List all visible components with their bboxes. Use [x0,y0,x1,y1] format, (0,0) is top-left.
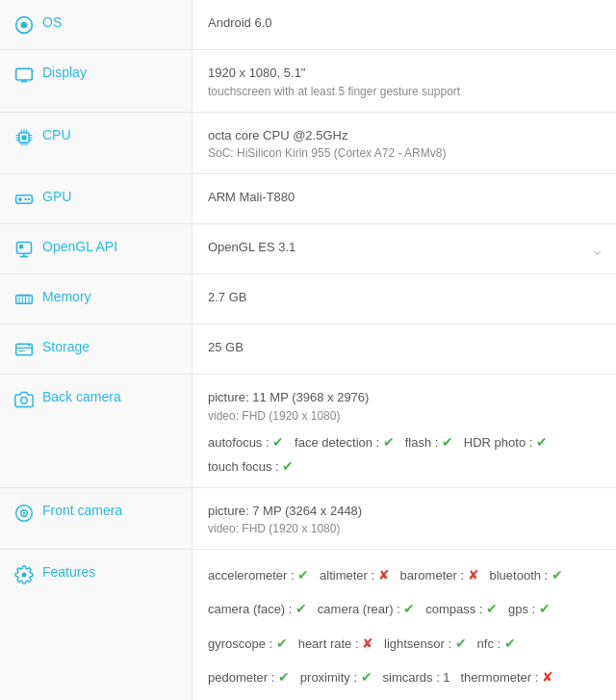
hdrphoto-check: ✔ [536,434,548,450]
opengl-chevron[interactable]: ⌄ [590,239,604,260]
frontcamera-label: Front camera [42,502,122,518]
svg-point-38 [28,345,30,347]
features-right: accelerometer : ✔ altimeter : ✘ baromete… [192,550,616,700]
os-right: Android 6.0 [192,0,616,49]
display-row: Display 1920 x 1080, 5.1" touchscreen wi… [0,50,616,113]
gpu-icon [13,189,35,210]
svg-rect-2 [16,68,33,80]
backcamera-main: picture: 11 MP (3968 x 2976) [208,388,603,407]
svg-point-43 [23,511,26,514]
display-icon [13,65,35,86]
memory-label: Memory [42,288,91,304]
opengl-row: OpenGL API OpenGL ES 3.1 ⌄ [0,224,616,274]
svg-point-44 [22,573,27,578]
features-line-4: pedometer : ✔ proximity : ✔ simcards : 1… [208,665,603,689]
display-value: 1920 x 1080, 5.1" [208,64,603,83]
svg-rect-6 [22,135,27,140]
memory-row: Memory 2.7 GB [0,274,616,324]
os-icon [13,14,35,36]
frontcamera-right: picture: 7 MP (3264 x 2448) video: FHD (… [192,488,616,550]
memory-icon [13,289,35,310]
storage-value: 25 GB [208,338,603,357]
features-label: Features [42,563,95,580]
backcamera-icon [13,389,35,410]
storage-left: Storage [0,324,192,374]
frontcamera-icon [13,503,35,524]
features-icon [13,564,35,585]
opengl-label: OpenGL API [42,238,117,254]
opengl-right: OpenGL ES 3.1 ⌄ [192,224,616,273]
cpu-left: CPU [0,113,192,174]
svg-point-22 [28,198,31,201]
facedetection-check: ✔ [383,434,395,450]
cpu-right: octa core CPU @2.5GHz SoC: HiSilicon Kir… [192,113,616,174]
cpu-icon [13,127,35,148]
storage-right: 25 GB [192,324,616,374]
svg-point-21 [24,198,27,201]
gpu-row: GPU ARM Mali-T880 [0,174,616,224]
os-value: Android 6.0 [208,13,603,33]
flash-check: ✔ [442,434,453,450]
backcamera-label: Back camera [42,388,121,404]
cpu-row: CPU octa core CPU @2.5GHz SoC: HiSilicon… [0,113,616,175]
backcamera-left: Back camera [0,375,192,487]
backcamera-sub: video: FHD (1920 x 1080) [208,409,603,423]
features-line-2: camera (face) : ✔ camera (rear) : ✔ comp… [208,597,603,621]
autofocus-check: ✔ [272,434,284,450]
svg-rect-27 [16,296,33,303]
storage-row: Storage 25 GB [0,324,616,375]
backcamera-row: Back camera picture: 11 MP (3968 x 2976)… [0,375,616,488]
features-line-3: gyroscope : ✔ heart rate : ✘ lightsensor… [208,632,603,656]
os-row: OS Android 6.0 [0,0,616,50]
frontcamera-row: Front camera picture: 7 MP (3264 x 2448)… [0,488,616,551]
os-label: OS [42,13,62,30]
memory-right: 2.7 GB [192,274,616,324]
features-left: Features [0,550,192,700]
frontcamera-main: picture: 7 MP (3264 x 2448) [208,502,603,521]
svg-rect-26 [19,245,23,248]
features-line-1: accelerometer : ✔ altimeter : ✘ baromete… [208,563,603,587]
backcamera-features: autofocus : ✔ face detection : ✔ flash :… [208,430,603,454]
display-left: Display [0,50,192,112]
touchfocus-check: ✔ [282,458,294,474]
features-row: Features accelerometer : ✔ altimeter : ✘… [0,550,616,700]
cpu-sub: SoC: HiSilicon Kirin 955 (Cortex A72 - A… [208,146,603,160]
svg-point-40 [21,398,28,404]
opengl-icon [13,239,35,260]
memory-value: 2.7 GB [208,288,603,307]
memory-left: Memory [0,274,192,324]
cpu-label: CPU [42,126,71,143]
backcamera-touchfocus: touch focus : ✔ [208,458,603,474]
storage-icon [13,339,35,360]
svg-rect-23 [17,243,32,254]
opengl-value: OpenGL ES 3.1 [208,238,603,257]
storage-label: Storage [42,338,90,354]
display-right: 1920 x 1080, 5.1" touchscreen with at le… [192,50,616,112]
svg-rect-20 [18,197,21,200]
display-sub: touchscreen with at least 5 finger gestu… [208,85,603,98]
frontcamera-sub: video: FHD (1920 x 1080) [208,522,603,535]
gpu-right: ARM Mali-T880 [192,174,616,223]
svg-point-1 [21,22,28,29]
cpu-value: octa core CPU @2.5GHz [208,126,603,145]
gpu-label: GPU [42,188,71,204]
opengl-left: OpenGL API [0,224,192,273]
frontcamera-left: Front camera [0,488,192,550]
gpu-left: GPU [0,174,192,223]
gpu-value: ARM Mali-T880 [208,188,603,207]
os-left: OS [0,0,192,49]
display-label: Display [42,64,87,80]
backcamera-right: picture: 11 MP (3968 x 2976) video: FHD … [192,375,616,487]
